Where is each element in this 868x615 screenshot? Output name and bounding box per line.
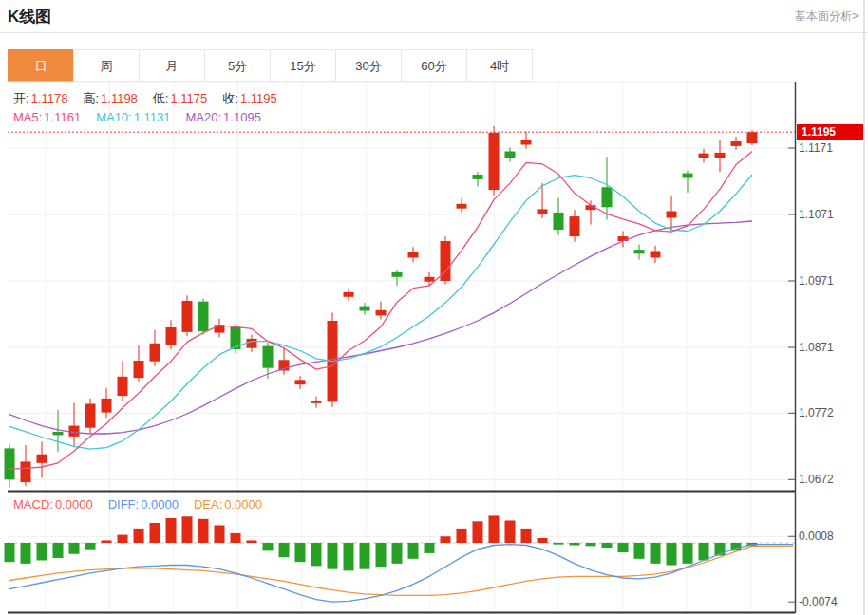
macd-bar bbox=[473, 521, 483, 543]
candle-body bbox=[505, 152, 516, 158]
macd-bar bbox=[602, 543, 613, 548]
ohlc-readout: 开:1.1178高:1.1198低:1.1175收:1.1195 bbox=[13, 90, 292, 107]
macd-bar bbox=[311, 543, 322, 566]
candle-body bbox=[651, 252, 661, 258]
candle-body bbox=[198, 302, 209, 332]
macd-bar bbox=[37, 543, 47, 560]
candle-body bbox=[166, 327, 177, 345]
macd-bar bbox=[69, 543, 80, 554]
price-tick-label: 1.0772 bbox=[799, 406, 834, 419]
readout-value: 1.1178 bbox=[31, 91, 68, 105]
ma-readout: MA5:1.1161MA10:1.1131MA20:1.1095 bbox=[13, 110, 276, 124]
candle-body bbox=[392, 272, 403, 277]
candle-body bbox=[457, 204, 467, 209]
readout-label: MACD: bbox=[13, 497, 53, 512]
candle-body bbox=[85, 404, 96, 428]
macd-bar bbox=[570, 543, 580, 546]
macd-bar bbox=[538, 538, 548, 543]
readout-value: 0.0000 bbox=[224, 497, 262, 512]
macd-bar bbox=[554, 543, 564, 545]
candle-body bbox=[699, 154, 709, 158]
macd-bar bbox=[198, 519, 209, 543]
macd-bar bbox=[182, 516, 193, 543]
current-price-badge: 1.1195 bbox=[797, 124, 865, 140]
candle-body bbox=[602, 187, 613, 207]
readout-label: MA10: bbox=[96, 110, 132, 124]
price-tick-label: 1.1071 bbox=[799, 208, 834, 221]
macd-bar bbox=[457, 529, 467, 543]
price-tick-label: 1.0971 bbox=[799, 274, 834, 288]
horizontal-gridlines bbox=[8, 82, 795, 543]
candle-body bbox=[538, 209, 548, 214]
candle-body bbox=[37, 455, 47, 463]
candle-body bbox=[344, 292, 354, 297]
readout-label: 低: bbox=[153, 91, 169, 105]
readout-label: 收: bbox=[222, 91, 238, 105]
macd-bar bbox=[392, 543, 403, 564]
readout-value: 1.1198 bbox=[101, 91, 138, 105]
kline-page: K线图 基本面分析> 日周月5分15分30分60分4时 开:1.1178高:1.… bbox=[0, 0, 868, 615]
macd-bar bbox=[85, 543, 96, 550]
readout-label: DEA: bbox=[194, 497, 222, 512]
candle-body bbox=[747, 132, 758, 143]
candle-body bbox=[118, 377, 128, 396]
macd-tick-label: 0.0008 bbox=[799, 530, 834, 543]
candle-body bbox=[69, 426, 80, 437]
candle-body bbox=[683, 174, 693, 178]
readout-value: 1.1161 bbox=[44, 110, 81, 124]
readout-value: 0.0000 bbox=[141, 497, 179, 512]
macd-bar bbox=[360, 543, 370, 569]
macd-bar bbox=[651, 543, 661, 564]
readout-label: MA20: bbox=[186, 110, 222, 124]
macd-bar bbox=[53, 543, 64, 558]
macd-tick-label: -0.0074 bbox=[799, 595, 838, 608]
candle-body bbox=[489, 133, 500, 190]
candle-body bbox=[295, 380, 306, 384]
price-tick-label: 1.0871 bbox=[799, 341, 834, 354]
price-tick-label: 1.1171 bbox=[799, 141, 833, 155]
candle-body bbox=[102, 399, 112, 413]
candle-body bbox=[425, 277, 435, 282]
readout-value: 1.1175 bbox=[170, 91, 207, 105]
macd-bar bbox=[699, 543, 709, 560]
macd-bar bbox=[505, 520, 516, 543]
candle-body bbox=[570, 216, 580, 236]
macd-bar bbox=[279, 543, 290, 557]
candle-body bbox=[182, 301, 193, 332]
readout-label: DIFF: bbox=[108, 497, 140, 512]
macd-readout: MACD:0.0000DIFF:0.0000DEA:0.0000 bbox=[13, 497, 277, 512]
readout-value: 1.1131 bbox=[134, 110, 171, 124]
macd-bar bbox=[667, 543, 677, 566]
macd-bar bbox=[683, 543, 693, 564]
macd-bar bbox=[231, 533, 241, 543]
readout-value: 1.1195 bbox=[240, 91, 277, 105]
candle-body bbox=[554, 213, 564, 230]
macd-bar bbox=[21, 543, 31, 564]
macd-bar bbox=[166, 518, 177, 543]
macd-bar bbox=[344, 543, 354, 570]
macd-bar bbox=[215, 526, 225, 543]
macd-bar bbox=[247, 540, 257, 543]
candle-body bbox=[311, 401, 322, 403]
readout-value: 0.0000 bbox=[55, 497, 93, 512]
macd-bar bbox=[5, 543, 15, 562]
macd-bar bbox=[586, 543, 596, 546]
macd-bar bbox=[441, 536, 451, 543]
candle-body bbox=[263, 346, 274, 368]
candle-body bbox=[667, 212, 677, 218]
candle-body bbox=[134, 361, 144, 378]
macd-bar bbox=[489, 515, 500, 543]
macd-bar bbox=[263, 543, 274, 550]
candle-body bbox=[731, 141, 742, 146]
macd-bar bbox=[134, 529, 144, 543]
macd-bar bbox=[618, 543, 629, 552]
macd-bar bbox=[376, 543, 387, 567]
price-tick-label: 1.0672 bbox=[799, 473, 834, 486]
candle-body bbox=[53, 432, 64, 436]
macd-bar bbox=[408, 543, 419, 559]
candle-body bbox=[634, 250, 645, 253]
candle-body bbox=[150, 344, 160, 362]
macd-bar bbox=[425, 543, 435, 553]
macd-bar bbox=[295, 543, 306, 562]
candle-body bbox=[715, 153, 726, 158]
